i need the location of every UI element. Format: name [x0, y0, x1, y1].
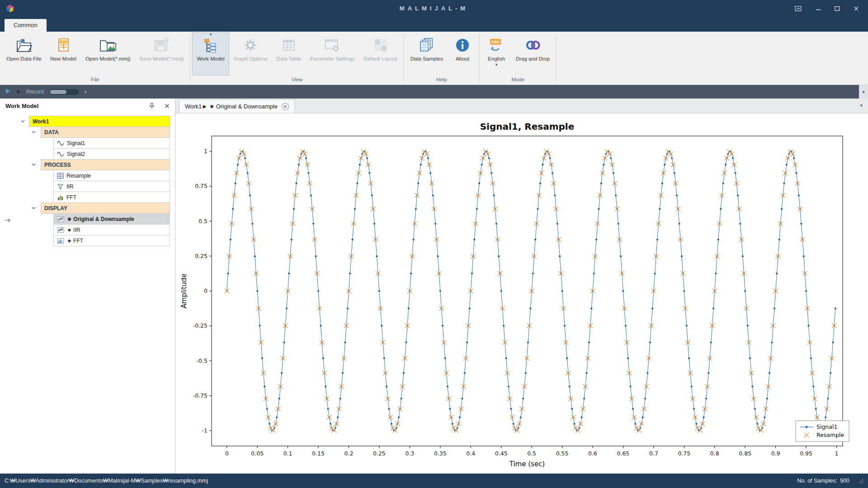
play-button[interactable] — [5, 88, 10, 96]
svg-text:0.2: 0.2 — [344, 450, 354, 457]
svg-text:0.8: 0.8 — [710, 450, 719, 457]
ribbon-group-buttons: Data SamplesAbout — [406, 33, 477, 75]
svg-text:0.85: 0.85 — [739, 450, 751, 457]
svg-text:0.25: 0.25 — [373, 450, 386, 457]
ribbon-group-help: Data SamplesAboutHelp — [404, 32, 479, 84]
ribbon-button-work-model[interactable]: ▾Work Model — [192, 33, 229, 75]
tree-item-label: FFT — [66, 194, 76, 201]
ribbon: Open Data FileNew ModelOpen Model(*.mmj)… — [0, 32, 868, 85]
tree-row-box: Signal1 — [53, 137, 170, 149]
record-toolbar: Record ▾ ▾ — [0, 85, 868, 99]
ribbon-display-options-icon[interactable] — [795, 5, 802, 12]
tree-item-label: DISPLAY — [44, 205, 67, 211]
ribbon-group-mode: ABCEnglish▾Drag and DropMode — [480, 32, 556, 84]
maximize-button[interactable] — [835, 6, 840, 11]
stop-button[interactable] — [16, 88, 21, 96]
ribbon-button-data-samples[interactable]: Data Samples — [406, 33, 448, 75]
ribbon-button-label: Work Model — [197, 56, 224, 62]
tree-row-box: IIR — [53, 181, 170, 192]
tree-item-original-downsample[interactable]: ★ Original & Downsample — [0, 213, 175, 225]
tree-item-fft[interactable]: FFT — [0, 192, 175, 203]
ribbon-button-label: Default Layout — [364, 56, 397, 62]
tab-close-icon[interactable] — [282, 103, 289, 110]
ribbon-button-label: About — [456, 56, 469, 62]
work-model-panel-header: Work Model — [0, 99, 175, 113]
tree-item-fft[interactable]: ★ FFT — [0, 235, 175, 246]
document-tab-label: Work1► ★ Original & Downsample — [185, 103, 278, 110]
ribbon-button-label: English — [488, 56, 505, 62]
window-title: MALMIJAL-M — [0, 5, 868, 12]
tree-section-display[interactable]: DISPLAY — [0, 202, 175, 214]
tree-root-work1[interactable]: Work1 — [0, 116, 175, 127]
chart-title: Signal1, Resample — [480, 121, 575, 132]
ribbon-button-english[interactable]: ABCEnglish▾ — [481, 33, 511, 75]
record-slider-thumb[interactable] — [50, 90, 66, 94]
ribbon-button-save-model-mmj: Save Model(*.mmj) — [135, 33, 189, 75]
svg-text:0.65: 0.65 — [617, 450, 629, 457]
ribbon-button-open-data-file[interactable]: Open Data File — [2, 33, 46, 75]
collapse-chevron-icon[interactable] — [32, 206, 36, 210]
ribbon-button-new-model[interactable]: New Model — [46, 33, 81, 75]
tree-row-box: FFT — [53, 192, 170, 203]
tree-row-box: Work1 — [29, 116, 170, 127]
tree-item-iir[interactable]: ★ IIR — [0, 224, 175, 235]
svg-text:0.7: 0.7 — [649, 450, 658, 457]
chart-area: Signal1, Resample00.050.10.150.20.250.30… — [175, 113, 868, 474]
svg-text:-0.25: -0.25 — [193, 322, 208, 329]
tree-item-label: ★ Original & Downsample — [67, 216, 134, 222]
ribbon-group-label: Help — [406, 75, 477, 84]
tree-row-box: ★ IIR — [53, 224, 170, 235]
tree-section-process[interactable]: PROCESS — [0, 159, 175, 170]
status-file-path: C:₩Users₩Administrator₩Documents₩Malmija… — [5, 478, 208, 484]
filter-icon — [57, 183, 64, 190]
x-axis-label: Time (sec) — [509, 460, 545, 468]
default-layout-icon — [373, 37, 388, 54]
tree-row-box: ★ FFT — [53, 235, 170, 246]
svg-text:0: 0 — [225, 450, 229, 457]
data-table-icon — [281, 37, 297, 54]
resample-table-icon — [57, 173, 64, 179]
tree-item-iir[interactable]: IIR — [0, 181, 175, 192]
tree-row-box: ★ Original & Downsample — [53, 213, 170, 225]
tree-item-resample[interactable]: Resample — [0, 170, 175, 181]
signal-icon — [57, 151, 64, 157]
tab-list-caret-icon[interactable]: ▾ — [860, 103, 863, 108]
ribbon-button-label: Data Table — [276, 56, 301, 62]
pin-icon[interactable] — [149, 103, 155, 109]
close-button[interactable] — [854, 6, 859, 11]
record-slider[interactable] — [49, 89, 79, 95]
ribbon-button-open-model-mmj[interactable]: Open Model(*.mmj) — [81, 33, 135, 75]
tree-item-signal1[interactable]: Signal1 — [0, 137, 175, 149]
ribbon-tab-common[interactable]: Common — [5, 19, 47, 32]
toolbar-overflow-caret-icon[interactable]: ▾ — [859, 85, 868, 99]
svg-text:0.6: 0.6 — [588, 450, 597, 457]
document-tab[interactable]: Work1► ★ Original & Downsample — [179, 99, 295, 113]
svg-text:0.25: 0.25 — [195, 253, 208, 259]
graph-options-icon — [243, 37, 258, 54]
collapse-chevron-icon[interactable] — [21, 120, 25, 123]
tree-section-data[interactable]: DATA — [0, 127, 175, 138]
tree-row-box: DISPLAY — [41, 202, 170, 214]
svg-text:0.15: 0.15 — [312, 450, 325, 457]
svg-text:0.3: 0.3 — [405, 450, 414, 457]
collapse-chevron-icon[interactable] — [32, 131, 36, 134]
collapse-chevron-icon[interactable] — [32, 163, 36, 166]
minimize-button[interactable] — [816, 6, 821, 11]
ribbon-button-label: Data Samples — [410, 56, 443, 62]
ribbon-button-drag-and-drop[interactable]: Drag and Drop — [511, 33, 554, 75]
svg-text:0.4: 0.4 — [466, 450, 475, 457]
ribbon-button-label: New Model — [50, 56, 76, 62]
ribbon-button-about[interactable]: About — [448, 33, 477, 75]
record-dropdown-caret-icon[interactable]: ▾ — [85, 89, 87, 94]
tree-item-signal2[interactable]: Signal2 — [0, 148, 175, 160]
tree-item-label: PROCESS — [44, 162, 71, 168]
display-line-icon — [57, 216, 64, 222]
svg-text:0.1: 0.1 — [283, 450, 292, 457]
window-controls — [795, 5, 863, 12]
panel-close-icon[interactable] — [165, 103, 170, 108]
svg-text:0.35: 0.35 — [434, 450, 447, 457]
ribbon-button-label: Save Model(*.mmj) — [140, 56, 184, 62]
resize-grip[interactable] — [859, 479, 863, 483]
work-model-tree: Work1DATASignal1Signal2PROCESSResampleII… — [0, 113, 175, 474]
ribbon-button-label: Drag and Drop — [516, 56, 550, 62]
